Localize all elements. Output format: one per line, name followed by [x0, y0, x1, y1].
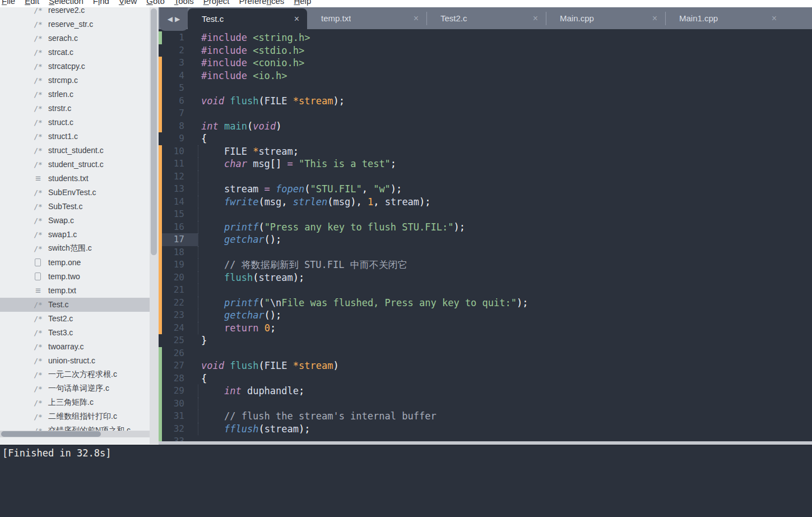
- file-item[interactable]: strstr.c: [0, 101, 150, 116]
- line-number[interactable]: 6: [162, 95, 184, 108]
- line-number[interactable]: 10: [162, 145, 184, 158]
- file-item[interactable]: Test3.c: [0, 326, 150, 340]
- file-item[interactable]: struct_student.c: [0, 144, 150, 158]
- file-item[interactable]: strlen.c: [0, 87, 150, 101]
- tab-close-icon[interactable]: ×: [772, 14, 777, 23]
- file-item[interactable]: student_struct.c: [0, 158, 150, 172]
- code-line[interactable]: 4#include <io.h>: [159, 70, 812, 82]
- tab-scroll-left-icon[interactable]: ◀: [168, 16, 173, 22]
- line-number[interactable]: 4: [162, 70, 184, 82]
- code-line[interactable]: 3#include <conio.h>: [159, 57, 812, 70]
- line-number[interactable]: 16: [162, 221, 184, 234]
- sidebar-horizontal-scrollbar-thumb[interactable]: [1, 431, 101, 437]
- menu-item-edit[interactable]: Edit: [25, 0, 39, 6]
- tab-test-c[interactable]: Test.c×: [188, 8, 307, 29]
- code-line[interactable]: 17 getchar();: [159, 233, 812, 246]
- file-item[interactable]: struct1.c: [0, 130, 150, 144]
- file-item[interactable]: temp.one: [0, 256, 150, 270]
- code-line[interactable]: 33: [159, 435, 812, 441]
- file-item[interactable]: temp.txt: [0, 284, 150, 298]
- line-number[interactable]: 25: [162, 334, 184, 347]
- line-number[interactable]: 3: [162, 57, 184, 70]
- code-line[interactable]: 10 FILE *stream;: [159, 145, 812, 158]
- file-item[interactable]: 二维数组指针打印.c: [0, 410, 150, 424]
- file-item[interactable]: 一句话单词逆序.c: [0, 382, 150, 396]
- tab-close-icon[interactable]: ×: [294, 15, 299, 24]
- code-line[interactable]: 22 printf("\nFile was flushed, Press any…: [159, 297, 812, 310]
- code-editor[interactable]: 1#include <string.h>2#include <stdio.h>3…: [159, 29, 812, 441]
- line-number[interactable]: 18: [162, 246, 184, 259]
- file-item[interactable]: strcat.c: [0, 45, 150, 59]
- file-item[interactable]: 上三角矩阵.c: [0, 396, 150, 410]
- file-item[interactable]: reserve2.c: [0, 7, 150, 17]
- code-line[interactable]: 18: [159, 246, 812, 259]
- code-line[interactable]: 5: [159, 82, 812, 95]
- code-line[interactable]: 28{: [159, 372, 812, 385]
- line-number[interactable]: 9: [162, 132, 184, 145]
- file-item[interactable]: 一元二次方程求根.c: [0, 368, 150, 382]
- menu-item-tools[interactable]: Tools: [174, 0, 194, 6]
- line-number[interactable]: 19: [162, 258, 184, 271]
- line-number[interactable]: 20: [162, 271, 184, 284]
- file-item[interactable]: swap1.c: [0, 228, 150, 242]
- code-line[interactable]: 21: [159, 284, 812, 297]
- code-line[interactable]: 9{: [159, 132, 812, 145]
- line-number[interactable]: 32: [162, 423, 184, 436]
- file-item[interactable]: strcmp.c: [0, 73, 150, 87]
- line-number[interactable]: 27: [162, 359, 184, 372]
- tab-main-cpp[interactable]: Main.cpp×: [546, 7, 665, 29]
- menu-item-view[interactable]: View: [119, 0, 137, 6]
- line-number[interactable]: 14: [162, 196, 184, 209]
- code-line[interactable]: 23 getchar();: [159, 309, 812, 322]
- menu-item-goto[interactable]: Goto: [146, 0, 165, 6]
- file-item[interactable]: switch范围.c: [0, 242, 150, 256]
- code-line[interactable]: 24 return 0;: [159, 322, 812, 335]
- line-number[interactable]: 1: [162, 31, 184, 44]
- line-number[interactable]: 31: [162, 410, 184, 423]
- file-item[interactable]: SubTest.c: [0, 200, 150, 214]
- file-item[interactable]: twoarray.c: [0, 340, 150, 354]
- file-item[interactable]: reserve_str.c: [0, 17, 150, 31]
- file-item[interactable]: struct.c: [0, 116, 150, 130]
- tab-close-icon[interactable]: ×: [533, 14, 538, 23]
- file-item[interactable]: Test.c: [0, 298, 150, 312]
- code-line[interactable]: 8int main(void): [159, 120, 812, 133]
- line-number[interactable]: 8: [162, 120, 184, 133]
- line-number[interactable]: 26: [162, 347, 184, 360]
- code-line[interactable]: 32 fflush(stream);: [159, 423, 812, 436]
- tab-test2-c[interactable]: Test2.c×: [426, 7, 546, 29]
- menu-item-selection[interactable]: Selection: [49, 0, 83, 6]
- code-line[interactable]: 30: [159, 398, 812, 410]
- line-number[interactable]: 28: [162, 372, 184, 385]
- tab-close-icon[interactable]: ×: [414, 14, 419, 23]
- code-line[interactable]: 1#include <string.h>: [159, 31, 812, 44]
- line-number[interactable]: 15: [162, 208, 184, 221]
- tab-scroll-right-icon[interactable]: ▶: [175, 16, 180, 22]
- line-number[interactable]: 13: [162, 183, 184, 196]
- tab-close-icon[interactable]: ×: [652, 14, 657, 23]
- tab-scroll-arrows[interactable]: ◀ ▶: [160, 7, 188, 31]
- line-number[interactable]: 33: [162, 435, 184, 441]
- code-line[interactable]: 13 stream = fopen("STU.FIL", "w");: [159, 183, 812, 196]
- file-item[interactable]: Test2.c: [0, 312, 150, 326]
- code-line[interactable]: 26: [159, 347, 812, 360]
- menu-item-project[interactable]: Project: [203, 0, 230, 6]
- code-line[interactable]: 20 flush(stream);: [159, 271, 812, 284]
- tab-main1-cpp[interactable]: Main1.cpp×: [665, 7, 785, 29]
- code-line[interactable]: 27void flush(FILE *stream): [159, 359, 812, 372]
- file-item[interactable]: serach.c: [0, 31, 150, 45]
- menu-item-help[interactable]: Help: [294, 0, 311, 6]
- line-number[interactable]: 2: [162, 44, 184, 57]
- code-line[interactable]: 16 printf("Press any key to flush STU.FI…: [159, 221, 812, 234]
- code-line[interactable]: 15: [159, 208, 812, 221]
- file-item[interactable]: students.txt: [0, 172, 150, 186]
- file-item[interactable]: union-struct.c: [0, 354, 150, 368]
- code-line[interactable]: 6void flush(FILE *stream);: [159, 95, 812, 108]
- file-item[interactable]: temp.two: [0, 270, 150, 284]
- file-item[interactable]: SubEnvTest.c: [0, 186, 150, 200]
- code-line[interactable]: 12: [159, 170, 812, 183]
- code-line[interactable]: 7: [159, 107, 812, 120]
- code-line[interactable]: 25}: [159, 334, 812, 347]
- file-item[interactable]: strcatcpy.c: [0, 59, 150, 73]
- line-number[interactable]: 24: [162, 322, 184, 335]
